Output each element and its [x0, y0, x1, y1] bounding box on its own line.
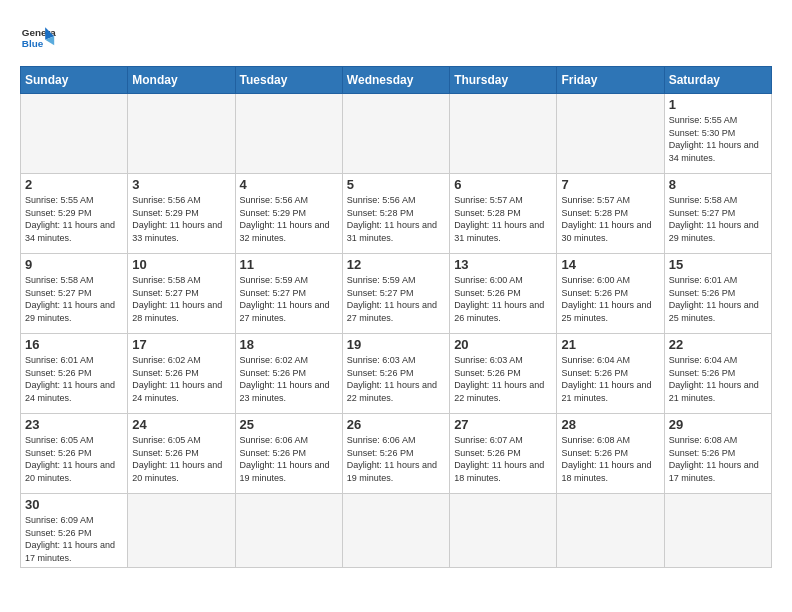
- calendar-cell: 2Sunrise: 5:55 AM Sunset: 5:29 PM Daylig…: [21, 174, 128, 254]
- day-number: 12: [347, 257, 445, 272]
- calendar-cell: 24Sunrise: 6:05 AM Sunset: 5:26 PM Dayli…: [128, 414, 235, 494]
- calendar-cell: 16Sunrise: 6:01 AM Sunset: 5:26 PM Dayli…: [21, 334, 128, 414]
- calendar-table: SundayMondayTuesdayWednesdayThursdayFrid…: [20, 66, 772, 568]
- calendar-cell: 26Sunrise: 6:06 AM Sunset: 5:26 PM Dayli…: [342, 414, 449, 494]
- day-info: Sunrise: 5:55 AM Sunset: 5:29 PM Dayligh…: [25, 194, 123, 244]
- day-number: 6: [454, 177, 552, 192]
- day-info: Sunrise: 5:57 AM Sunset: 5:28 PM Dayligh…: [561, 194, 659, 244]
- calendar-cell: 13Sunrise: 6:00 AM Sunset: 5:26 PM Dayli…: [450, 254, 557, 334]
- day-info: Sunrise: 5:56 AM Sunset: 5:28 PM Dayligh…: [347, 194, 445, 244]
- calendar-cell: 25Sunrise: 6:06 AM Sunset: 5:26 PM Dayli…: [235, 414, 342, 494]
- calendar-week-5: 30Sunrise: 6:09 AM Sunset: 5:26 PM Dayli…: [21, 494, 772, 568]
- day-number: 22: [669, 337, 767, 352]
- day-info: Sunrise: 6:07 AM Sunset: 5:26 PM Dayligh…: [454, 434, 552, 484]
- day-number: 26: [347, 417, 445, 432]
- day-number: 16: [25, 337, 123, 352]
- calendar-cell: 8Sunrise: 5:58 AM Sunset: 5:27 PM Daylig…: [664, 174, 771, 254]
- day-number: 10: [132, 257, 230, 272]
- calendar-cell: [450, 94, 557, 174]
- day-info: Sunrise: 6:03 AM Sunset: 5:26 PM Dayligh…: [347, 354, 445, 404]
- svg-text:Blue: Blue: [22, 38, 44, 49]
- calendar-week-1: 2Sunrise: 5:55 AM Sunset: 5:29 PM Daylig…: [21, 174, 772, 254]
- calendar-cell: 5Sunrise: 5:56 AM Sunset: 5:28 PM Daylig…: [342, 174, 449, 254]
- day-number: 8: [669, 177, 767, 192]
- day-number: 14: [561, 257, 659, 272]
- day-info: Sunrise: 5:59 AM Sunset: 5:27 PM Dayligh…: [347, 274, 445, 324]
- calendar-cell: [128, 494, 235, 568]
- calendar-cell: 12Sunrise: 5:59 AM Sunset: 5:27 PM Dayli…: [342, 254, 449, 334]
- calendar-week-2: 9Sunrise: 5:58 AM Sunset: 5:27 PM Daylig…: [21, 254, 772, 334]
- calendar-cell: [664, 494, 771, 568]
- calendar-cell: 19Sunrise: 6:03 AM Sunset: 5:26 PM Dayli…: [342, 334, 449, 414]
- day-info: Sunrise: 6:01 AM Sunset: 5:26 PM Dayligh…: [25, 354, 123, 404]
- col-header-sunday: Sunday: [21, 67, 128, 94]
- day-info: Sunrise: 6:08 AM Sunset: 5:26 PM Dayligh…: [669, 434, 767, 484]
- calendar-cell: [235, 94, 342, 174]
- day-number: 27: [454, 417, 552, 432]
- day-number: 17: [132, 337, 230, 352]
- day-info: Sunrise: 6:03 AM Sunset: 5:26 PM Dayligh…: [454, 354, 552, 404]
- day-info: Sunrise: 5:55 AM Sunset: 5:30 PM Dayligh…: [669, 114, 767, 164]
- day-number: 15: [669, 257, 767, 272]
- logo-icon: General Blue: [20, 20, 56, 56]
- day-info: Sunrise: 5:58 AM Sunset: 5:27 PM Dayligh…: [25, 274, 123, 324]
- calendar-cell: 29Sunrise: 6:08 AM Sunset: 5:26 PM Dayli…: [664, 414, 771, 494]
- calendar-cell: 4Sunrise: 5:56 AM Sunset: 5:29 PM Daylig…: [235, 174, 342, 254]
- day-info: Sunrise: 6:01 AM Sunset: 5:26 PM Dayligh…: [669, 274, 767, 324]
- day-number: 20: [454, 337, 552, 352]
- calendar-cell: 30Sunrise: 6:09 AM Sunset: 5:26 PM Dayli…: [21, 494, 128, 568]
- day-info: Sunrise: 6:05 AM Sunset: 5:26 PM Dayligh…: [25, 434, 123, 484]
- day-info: Sunrise: 5:56 AM Sunset: 5:29 PM Dayligh…: [132, 194, 230, 244]
- col-header-tuesday: Tuesday: [235, 67, 342, 94]
- day-info: Sunrise: 5:58 AM Sunset: 5:27 PM Dayligh…: [669, 194, 767, 244]
- calendar-cell: 6Sunrise: 5:57 AM Sunset: 5:28 PM Daylig…: [450, 174, 557, 254]
- day-info: Sunrise: 6:04 AM Sunset: 5:26 PM Dayligh…: [561, 354, 659, 404]
- day-number: 29: [669, 417, 767, 432]
- col-header-wednesday: Wednesday: [342, 67, 449, 94]
- day-info: Sunrise: 6:00 AM Sunset: 5:26 PM Dayligh…: [454, 274, 552, 324]
- calendar-cell: 21Sunrise: 6:04 AM Sunset: 5:26 PM Dayli…: [557, 334, 664, 414]
- day-number: 4: [240, 177, 338, 192]
- day-info: Sunrise: 6:04 AM Sunset: 5:26 PM Dayligh…: [669, 354, 767, 404]
- day-number: 5: [347, 177, 445, 192]
- calendar-cell: 17Sunrise: 6:02 AM Sunset: 5:26 PM Dayli…: [128, 334, 235, 414]
- calendar-cell: 7Sunrise: 5:57 AM Sunset: 5:28 PM Daylig…: [557, 174, 664, 254]
- calendar-cell: 23Sunrise: 6:05 AM Sunset: 5:26 PM Dayli…: [21, 414, 128, 494]
- calendar-cell: 20Sunrise: 6:03 AM Sunset: 5:26 PM Dayli…: [450, 334, 557, 414]
- day-number: 30: [25, 497, 123, 512]
- calendar-cell: [342, 494, 449, 568]
- day-number: 11: [240, 257, 338, 272]
- day-number: 1: [669, 97, 767, 112]
- calendar-cell: [235, 494, 342, 568]
- logo: General Blue: [20, 20, 56, 56]
- calendar-cell: [128, 94, 235, 174]
- calendar-header-row: SundayMondayTuesdayWednesdayThursdayFrid…: [21, 67, 772, 94]
- col-header-friday: Friday: [557, 67, 664, 94]
- calendar-cell: 11Sunrise: 5:59 AM Sunset: 5:27 PM Dayli…: [235, 254, 342, 334]
- calendar-cell: 10Sunrise: 5:58 AM Sunset: 5:27 PM Dayli…: [128, 254, 235, 334]
- calendar-cell: [21, 94, 128, 174]
- calendar-cell: [342, 94, 449, 174]
- day-info: Sunrise: 6:02 AM Sunset: 5:26 PM Dayligh…: [132, 354, 230, 404]
- calendar-cell: 27Sunrise: 6:07 AM Sunset: 5:26 PM Dayli…: [450, 414, 557, 494]
- calendar-week-0: 1Sunrise: 5:55 AM Sunset: 5:30 PM Daylig…: [21, 94, 772, 174]
- calendar-cell: 1Sunrise: 5:55 AM Sunset: 5:30 PM Daylig…: [664, 94, 771, 174]
- calendar-cell: 22Sunrise: 6:04 AM Sunset: 5:26 PM Dayli…: [664, 334, 771, 414]
- day-info: Sunrise: 5:57 AM Sunset: 5:28 PM Dayligh…: [454, 194, 552, 244]
- calendar-cell: 9Sunrise: 5:58 AM Sunset: 5:27 PM Daylig…: [21, 254, 128, 334]
- day-number: 18: [240, 337, 338, 352]
- day-number: 3: [132, 177, 230, 192]
- day-info: Sunrise: 6:00 AM Sunset: 5:26 PM Dayligh…: [561, 274, 659, 324]
- day-number: 21: [561, 337, 659, 352]
- day-info: Sunrise: 6:06 AM Sunset: 5:26 PM Dayligh…: [347, 434, 445, 484]
- day-info: Sunrise: 6:08 AM Sunset: 5:26 PM Dayligh…: [561, 434, 659, 484]
- day-info: Sunrise: 6:05 AM Sunset: 5:26 PM Dayligh…: [132, 434, 230, 484]
- calendar-week-4: 23Sunrise: 6:05 AM Sunset: 5:26 PM Dayli…: [21, 414, 772, 494]
- calendar-cell: [557, 494, 664, 568]
- day-info: Sunrise: 5:56 AM Sunset: 5:29 PM Dayligh…: [240, 194, 338, 244]
- day-number: 25: [240, 417, 338, 432]
- calendar-cell: 14Sunrise: 6:00 AM Sunset: 5:26 PM Dayli…: [557, 254, 664, 334]
- day-number: 7: [561, 177, 659, 192]
- calendar-cell: [557, 94, 664, 174]
- day-number: 28: [561, 417, 659, 432]
